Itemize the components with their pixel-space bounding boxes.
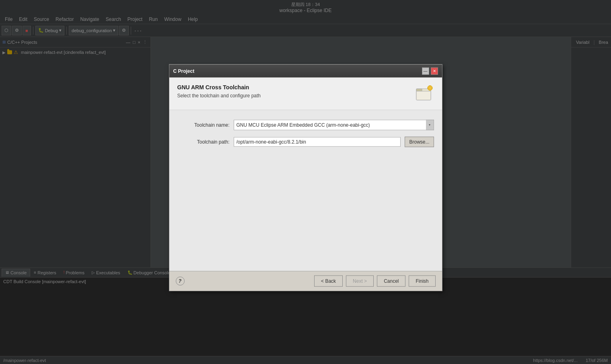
dialog-footer-left: ? bbox=[176, 276, 185, 285]
dialog-header-subtitle: Select the toolchain and configure path bbox=[177, 93, 408, 98]
browse-button[interactable]: Browse... bbox=[405, 136, 434, 147]
toolchain-name-row: Toolchain name: GNU MCU Eclipse ARM Embe… bbox=[177, 119, 434, 130]
help-button[interactable]: ? bbox=[176, 276, 185, 285]
dialog-header-title: GNU ARM Cross Toolchain bbox=[177, 84, 408, 90]
toolchain-path-row: Toolchain path: Browse... bbox=[177, 136, 434, 147]
back-button[interactable]: < Back bbox=[314, 275, 343, 286]
next-button[interactable]: Next > bbox=[346, 275, 374, 286]
dialog-close-btn[interactable]: ✕ bbox=[431, 67, 438, 74]
dialog-footer-right: < Back Next > Cancel Finish bbox=[314, 275, 435, 286]
finish-button[interactable]: Finish bbox=[409, 275, 435, 286]
dialog-title-bar: C Project — ✕ bbox=[169, 64, 442, 77]
dialog-title: C Project bbox=[173, 68, 195, 74]
dialog-header-icon bbox=[415, 84, 434, 103]
toolchain-name-select[interactable]: GNU MCU Eclipse ARM Embedded GCC (arm-no… bbox=[234, 119, 434, 130]
dialog-footer: ? < Back Next > Cancel Finish bbox=[169, 271, 442, 290]
toolchain-path-label: Toolchain path: bbox=[177, 139, 230, 144]
toolchain-name-label: Toolchain name: bbox=[177, 122, 230, 128]
toolchain-name-select-wrapper: GNU MCU Eclipse ARM Embedded GCC (arm-no… bbox=[234, 119, 434, 130]
c-project-dialog: C Project — ✕ GNU ARM Cross Toolchain Se… bbox=[169, 64, 442, 291]
dialog-body: Toolchain name: GNU MCU Eclipse ARM Embe… bbox=[169, 110, 442, 271]
dialog-minimize-btn[interactable]: — bbox=[422, 67, 429, 74]
dialog-title-actions: — ✕ bbox=[422, 67, 438, 74]
dialog-header-text: GNU ARM Cross Toolchain Select the toolc… bbox=[177, 84, 408, 98]
dialog-header: GNU ARM Cross Toolchain Select the toolc… bbox=[169, 77, 442, 110]
wizard-icon bbox=[415, 84, 434, 103]
svg-rect-1 bbox=[416, 88, 422, 91]
toolchain-path-input[interactable] bbox=[234, 137, 401, 146]
cancel-button[interactable]: Cancel bbox=[377, 275, 405, 286]
svg-rect-2 bbox=[416, 91, 431, 100]
